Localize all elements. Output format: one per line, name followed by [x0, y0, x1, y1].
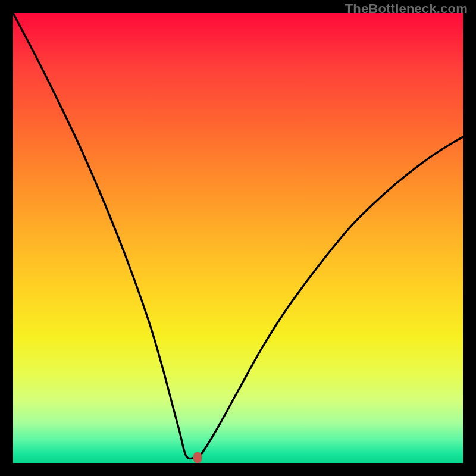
- curve-svg: [13, 13, 463, 463]
- chart-frame: TheBottleneck.com: [0, 0, 476, 476]
- plot-area: [13, 13, 463, 463]
- attribution-text: TheBottleneck.com: [345, 1, 468, 17]
- bottleneck-curve: [13, 13, 463, 459]
- minimum-marker: [193, 452, 202, 463]
